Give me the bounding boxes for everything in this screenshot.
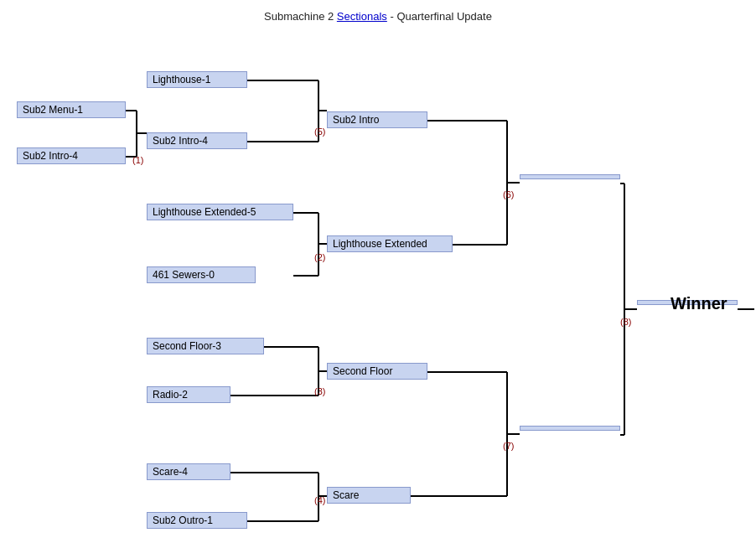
team-sub2intro: Sub2 Intro (327, 111, 427, 128)
bracket-container: Lighthouse-1 Sub2 Intro-4 Sub2 Menu-1 Su… (0, 28, 756, 539)
team-scare: Scare (327, 487, 411, 504)
match-num-5: (5) (314, 127, 325, 137)
match-num-6: (6) (503, 189, 514, 199)
winner-label: Winner (671, 294, 728, 313)
sectionals-link[interactable]: Sectionals (337, 10, 387, 23)
team-scare4: Scare-4 (147, 463, 230, 480)
match-num-1: (1) (132, 155, 143, 165)
match-num-3: (3) (314, 386, 325, 396)
team-semi2 (520, 426, 620, 431)
team-lighthouse-extended-5: Lighthouse Extended-5 (147, 204, 293, 220)
team-sub2intro4-left: Sub2 Intro-4 (17, 147, 126, 164)
team-sub2menu1: Sub2 Menu-1 (17, 101, 126, 118)
page-title: Submachine 2 Sectionals - Quarterfinal U… (0, 0, 756, 28)
team-radio2: Radio-2 (147, 386, 230, 403)
team-sub2outro1: Sub2 Outro-1 (147, 512, 247, 529)
team-lighthouse-1: Lighthouse-1 (147, 71, 247, 88)
team-sub2intro4-top: Sub2 Intro-4 (147, 132, 247, 149)
match-num-7: (7) (503, 441, 514, 451)
team-461sewers: 461 Sewers-0 (147, 266, 256, 283)
match-num-8: (8) (620, 317, 631, 327)
team-secondfloor: Second Floor (327, 363, 427, 380)
team-secondfloor3: Second Floor-3 (147, 338, 264, 354)
team-semi1 (520, 174, 620, 179)
match-num-2: (2) (314, 252, 325, 262)
match-num-4: (4) (314, 495, 325, 505)
team-lighthouse-extended: Lighthouse Extended (327, 235, 453, 252)
